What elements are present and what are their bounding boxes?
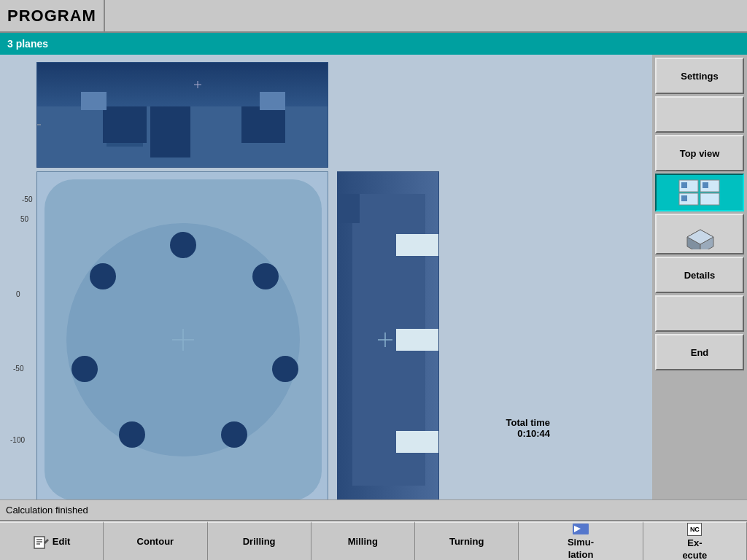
main-area: Z [0, 55, 747, 499]
svg-point-15 [252, 263, 279, 289]
tick-minus50-front: -50 [22, 195, 32, 203]
contour-button[interactable]: Contour [104, 521, 207, 560]
end-button[interactable]: End [655, 334, 744, 370]
svg-rect-25 [338, 194, 360, 223]
status-bar: Calculation finished [0, 499, 747, 520]
execute-button[interactable]: NC Ex- ecute [643, 521, 747, 560]
svg-rect-5 [241, 106, 285, 143]
empty-button-2[interactable] [655, 295, 744, 332]
nc-icon: NC [687, 523, 702, 536]
svg-rect-36 [681, 182, 687, 188]
top-view-xy [36, 171, 328, 499]
breadcrumb-text: 3 planes [7, 38, 48, 50]
svg-rect-7 [260, 92, 285, 110]
tick-0: 0 [16, 290, 20, 298]
3d-box-icon [680, 219, 720, 249]
settings-button[interactable]: Settings [655, 58, 744, 94]
svg-point-20 [90, 263, 116, 289]
total-time-display: Total time 0:10:44 [506, 417, 550, 439]
multiview-button[interactable] [655, 174, 744, 211]
front-view [36, 62, 328, 168]
drilling-label: Drilling [243, 536, 276, 547]
header-divider [104, 0, 105, 31]
svg-rect-35 [700, 193, 719, 205]
exec-label1: Ex- [687, 537, 702, 548]
milling-button[interactable]: Milling [311, 521, 415, 560]
total-time-value: 0:10:44 [506, 428, 550, 439]
turning-button[interactable]: Turning [415, 521, 519, 560]
details-button[interactable]: Details [655, 257, 744, 293]
drilling-button[interactable]: Drilling [208, 521, 311, 560]
svg-point-19 [71, 356, 98, 382]
exec-label2: ecute [682, 550, 707, 561]
edit-icon [33, 534, 49, 550]
svg-point-16 [272, 356, 298, 382]
edit-label: Edit [53, 536, 71, 547]
total-time-label: Total time [506, 417, 550, 428]
toolbar: Edit Contour Drilling Milling Turning Si… [0, 520, 747, 560]
svg-rect-28 [396, 329, 439, 351]
empty-button-1[interactable] [655, 96, 744, 133]
svg-rect-38 [681, 195, 687, 201]
tick-minus50: -50 [13, 365, 23, 373]
tick-50: 50 [20, 215, 28, 223]
status-text: Calculation finished [6, 505, 88, 516]
breadcrumb: 3 planes [0, 33, 747, 55]
milling-label: Milling [348, 536, 378, 547]
svg-rect-29 [396, 431, 439, 453]
app-title: PROGRAM [0, 7, 96, 26]
edit-button[interactable]: Edit [0, 521, 104, 560]
sim-label2: lation [568, 549, 594, 560]
svg-rect-3 [107, 143, 143, 147]
sidebar: Settings Top view [652, 55, 747, 499]
top-view-button[interactable]: Top view [655, 135, 744, 171]
svg-rect-2 [103, 106, 147, 143]
viewport: Z [0, 55, 652, 499]
header: PROGRAM [0, 0, 747, 33]
sim-label1: Simu- [568, 537, 594, 548]
svg-rect-27 [396, 234, 439, 256]
svg-rect-43 [34, 537, 44, 548]
side-view-xz [337, 171, 439, 499]
turning-label: Turning [449, 536, 484, 547]
tick-minus100: -100 [10, 436, 25, 444]
svg-rect-4 [150, 106, 190, 158]
svg-rect-37 [703, 182, 708, 188]
svg-rect-6 [81, 92, 107, 110]
3d-view-button[interactable] [655, 214, 744, 254]
svg-point-18 [119, 421, 145, 448]
contour-label: Contour [137, 536, 174, 547]
simulation-icon [572, 523, 589, 535]
svg-point-14 [170, 232, 196, 258]
svg-point-17 [221, 421, 247, 448]
multiview-icon [678, 179, 721, 206]
simulation-button[interactable]: Simu- lation [519, 521, 643, 560]
